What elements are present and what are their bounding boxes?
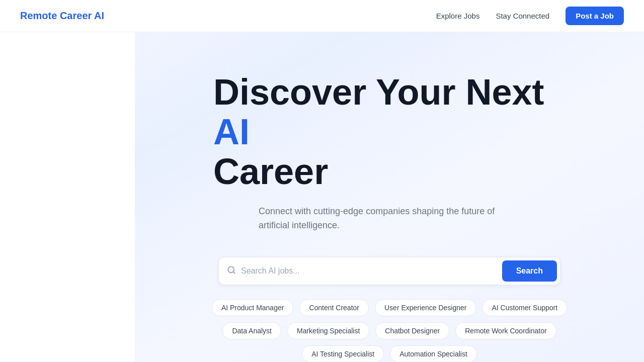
stay-connected-link[interactable]: Stay Connected <box>496 12 549 20</box>
hero-section: Discover Your Next AI Career Connect wit… <box>135 32 644 362</box>
explore-jobs-link[interactable]: Explore Jobs <box>436 12 480 20</box>
tag-ai-testing-specialist[interactable]: AI Testing Specialist <box>302 345 384 362</box>
search-bar: Search <box>218 257 560 285</box>
search-button[interactable]: Search <box>502 260 557 282</box>
tags-container: AI Product Manager Content Creator User … <box>213 299 566 362</box>
tag-marketing-specialist[interactable]: Marketing Specialist <box>287 322 369 339</box>
tags-row-3: AI Testing Specialist Automation Special… <box>302 345 477 362</box>
svg-line-1 <box>233 272 234 273</box>
nav-links: Explore Jobs Stay Connected Post a Job <box>436 7 624 25</box>
page-wrapper: Discover Your Next AI Career Connect wit… <box>0 32 644 362</box>
search-input[interactable] <box>241 266 502 276</box>
hero-subtitle: Connect with cutting-edge companies shap… <box>259 204 520 233</box>
tag-automation-specialist[interactable]: Automation Specialist <box>390 345 477 362</box>
tag-content-creator[interactable]: Content Creator <box>299 299 369 316</box>
tags-row-1: AI Product Manager Content Creator User … <box>212 299 567 316</box>
hero-title: Discover Your Next AI Career <box>213 72 566 192</box>
tags-row-2: Data Analyst Marketing Specialist Chatbo… <box>222 322 556 339</box>
tag-chatbot-designer[interactable]: Chatbot Designer <box>375 322 449 339</box>
hero-title-highlight: AI <box>213 112 250 152</box>
tag-user-experience-designer[interactable]: User Experience Designer <box>375 299 476 316</box>
tag-data-analyst[interactable]: Data Analyst <box>222 322 281 339</box>
site-logo[interactable]: Remote Career AI <box>20 10 104 22</box>
hero-title-plain: Discover Your Next <box>213 72 544 112</box>
tag-ai-product-manager[interactable]: AI Product Manager <box>212 299 294 316</box>
left-panel <box>0 32 135 362</box>
post-a-job-button[interactable]: Post a Job <box>566 7 624 25</box>
search-icon <box>227 265 236 277</box>
tag-ai-customer-support[interactable]: AI Customer Support <box>482 299 567 316</box>
navbar: Remote Career AI Explore Jobs Stay Conne… <box>0 0 644 32</box>
tag-remote-work-coordinator[interactable]: Remote Work Coordinator <box>455 322 556 339</box>
hero-title-end: Career <box>213 151 328 192</box>
